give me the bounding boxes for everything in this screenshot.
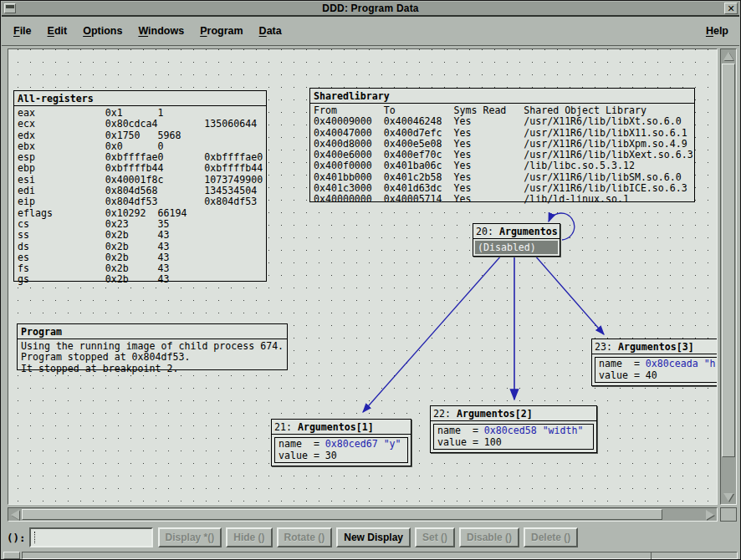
delete-button: Delete () <box>524 527 578 547</box>
down-arrow-icon <box>723 493 733 501</box>
panel-sharedlibrary[interactable]: Sharedlibrary From To Syms Read Shared O… <box>309 88 695 202</box>
display-title[interactable]: 23: Argumentos[3] <box>592 339 718 354</box>
display-box-22[interactable]: 22: Argumentos[2]name = 0x80ced58 "width… <box>430 405 597 453</box>
display-box-21[interactable]: 21: Argumentos[1]name = 0x80ced67 "y" va… <box>271 419 411 466</box>
right-arrow-icon <box>706 510 714 520</box>
argument-input[interactable] <box>29 527 153 547</box>
display-box-20[interactable]: 20: Argumentos(Disabled) <box>473 223 560 257</box>
display-number: 23: <box>595 341 618 353</box>
pointer-value[interactable]: 0x80ced67 "y" <box>325 438 401 450</box>
menu-help[interactable]: Help <box>703 23 731 38</box>
command-bar: (): Display *()Hide ()Rotate ()New Displ… <box>2 525 739 550</box>
scroll-up-button[interactable] <box>721 49 736 63</box>
menu-file[interactable]: File <box>11 23 34 38</box>
display-name: Argumentos[3] <box>618 341 694 353</box>
field-label: name = <box>279 438 325 450</box>
close-icon: ✕ <box>727 4 734 13</box>
mnemonic: O <box>83 25 91 37</box>
struct-value-box[interactable]: name = 0x80ceada "h value = 40 <box>595 357 718 383</box>
menu-program[interactable]: Program <box>197 23 245 38</box>
new-display-button[interactable]: New Display <box>336 527 411 547</box>
field-label: name = <box>437 425 484 436</box>
scroll-left-button[interactable] <box>8 508 22 521</box>
display-button: Display *() <box>158 527 222 547</box>
display-title[interactable]: 20: Argumentos <box>473 224 560 239</box>
field-label: value = <box>279 450 325 461</box>
registers-text: eax 0x1 1 ecx 0x80cdca4 135060644 edx 0x… <box>14 106 266 288</box>
display-name: Argumentos[1] <box>298 421 374 433</box>
struct-value-box[interactable]: name = 0x80ced58 "width" value = 100 <box>433 424 594 450</box>
field-value: 40 <box>646 369 657 381</box>
left-arrow-icon <box>11 510 19 520</box>
menu-edit[interactable]: Edit <box>45 23 70 38</box>
mnemonic: P <box>200 25 207 37</box>
panel-title: Sharedlibrary <box>310 89 694 104</box>
close-button[interactable]: ✕ <box>724 3 738 14</box>
field-value: 100 <box>484 436 502 448</box>
sharedlibrary-text: From To Syms Read Shared Object Library … <box>310 104 694 207</box>
vertical-scroll-thumb[interactable] <box>722 64 735 457</box>
set-button: Set () <box>415 527 455 547</box>
display-number: 22: <box>433 408 457 420</box>
display-name: Argumentos <box>499 226 558 237</box>
vertical-scrollbar[interactable] <box>720 48 737 505</box>
field-label: name = <box>599 358 646 369</box>
horizontal-scroll-thumb[interactable] <box>22 509 662 520</box>
struct-fields: name = 0x80ced58 "width" value = 100 <box>437 425 590 448</box>
disable-button: Disable () <box>459 527 519 547</box>
field-value: 30 <box>325 450 337 461</box>
display-title[interactable]: 22: Argumentos[2] <box>431 406 596 421</box>
menu-windows[interactable]: Windows <box>135 23 187 38</box>
pointer-value[interactable]: 0x80ced58 "width" <box>484 425 584 436</box>
edge-to-argumentos3 <box>534 255 604 334</box>
struct-fields: name = 0x80ceada "h value = 40 <box>599 359 718 381</box>
horizontal-scroll-track[interactable] <box>22 508 703 521</box>
mnemonic: W <box>138 25 148 37</box>
resize-grip <box>3 552 20 559</box>
menu-options[interactable]: Options <box>80 23 125 38</box>
mnemonic: F <box>13 25 20 37</box>
scrollbar-corner <box>720 507 737 522</box>
panel-title: Program <box>18 324 287 339</box>
data-display-canvas[interactable]: All-registers eax 0x1 1 ecx 0x80cdca4 13… <box>8 48 718 505</box>
display-name: Argumentos[2] <box>457 408 533 420</box>
ddd-program-data-window: DDD: Program Data ✕ FileEditOptionsWindo… <box>0 0 741 560</box>
rotate-button: Rotate () <box>277 527 333 547</box>
window-title: DDD: Program Data <box>2 3 739 14</box>
display-number: 21: <box>274 421 298 433</box>
field-label: value = <box>599 369 646 381</box>
panel-all-registers[interactable]: All-registers eax 0x1 1 ecx 0x80cdca4 13… <box>13 90 267 282</box>
mnemonic: D <box>259 25 267 37</box>
menubar: FileEditOptionsWindowsProgramDataHelp <box>2 17 739 46</box>
scroll-down-button[interactable] <box>721 491 736 504</box>
status-divider <box>651 552 652 560</box>
display-title[interactable]: 21: Argumentos[1] <box>272 420 411 435</box>
vertical-scroll-track[interactable] <box>721 63 736 491</box>
field-label: value = <box>437 436 484 448</box>
hide-button: Hide () <box>226 527 272 547</box>
window-glyph <box>6 5 14 8</box>
status-bar <box>2 552 739 560</box>
panel-program[interactable]: Program Using the running image of child… <box>17 323 288 370</box>
display-box-23[interactable]: 23: Argumentos[3]name = 0x80ceada "h val… <box>591 339 718 386</box>
text-caret <box>34 532 36 543</box>
horizontal-scrollbar[interactable] <box>8 507 718 522</box>
up-arrow-icon <box>723 52 733 60</box>
program-text: Using the running image of child process… <box>18 339 287 376</box>
argument-prompt-label: (): <box>7 532 26 544</box>
panel-title: All-registers <box>14 91 266 106</box>
status-line <box>22 552 738 559</box>
mnemonic: H <box>706 25 713 37</box>
scroll-right-button[interactable] <box>703 508 717 521</box>
mnemonic: E <box>48 25 54 37</box>
display-state-badge[interactable]: (Disabled) <box>475 241 558 254</box>
titlebar[interactable]: DDD: Program Data ✕ <box>2 2 739 17</box>
struct-fields: name = 0x80ced67 "y" value = 30 <box>279 439 404 461</box>
menu-data[interactable]: Data <box>257 23 284 38</box>
struct-value-box[interactable]: name = 0x80ced67 "y" value = 30 <box>274 437 408 463</box>
window-menu-icon[interactable] <box>4 3 16 13</box>
pointer-value[interactable]: 0x80ceada "h <box>646 358 716 369</box>
display-number: 20: <box>476 226 499 237</box>
edge-to-argumentos1 <box>363 255 502 412</box>
